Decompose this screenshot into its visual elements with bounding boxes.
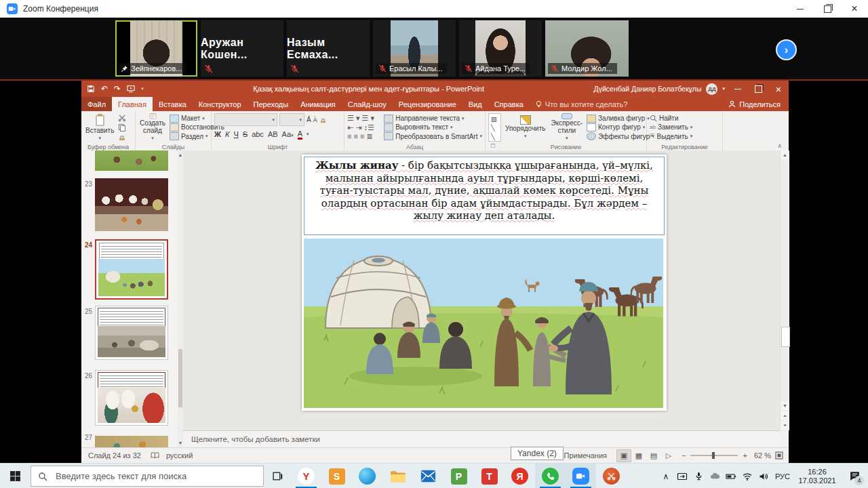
view-normal-button[interactable]: ▣	[616, 449, 631, 462]
view-sorter-button[interactable]: ▦	[631, 449, 646, 462]
zoom-minimize-button[interactable]	[787, 0, 814, 18]
scrollbar-thumb[interactable]	[781, 327, 790, 347]
shape-outline-button[interactable]: Контур фигур▾	[587, 123, 654, 131]
language-indicator[interactable]: РУС	[772, 464, 793, 488]
taskbar-app-mail[interactable]	[413, 464, 443, 488]
language-indicator[interactable]: русский	[162, 451, 197, 460]
grow-font-button[interactable]: А́	[307, 116, 311, 123]
tab-view[interactable]: Вид	[462, 97, 488, 111]
comments-toggle[interactable]: Примечания	[561, 451, 617, 460]
text-direction-button[interactable]: Направление текста▾	[384, 114, 482, 123]
new-slide-button[interactable]: Создать слайд▾	[138, 113, 167, 142]
select-button[interactable]: ⇱Выделить▾	[650, 132, 692, 141]
slide-thumbnail-22[interactable]	[95, 150, 168, 171]
share-button[interactable]: Поделиться	[720, 97, 789, 111]
zoom-slider[interactable]	[690, 455, 738, 456]
tray-expand-chevron[interactable]: ∧	[658, 464, 674, 488]
scroll-up-arrow[interactable]: ▲	[781, 150, 789, 159]
spellcheck-icon[interactable]	[151, 452, 159, 459]
zoom-out-button[interactable]: −	[676, 451, 687, 460]
tell-me-box[interactable]: Что вы хотите сделать?	[530, 97, 633, 111]
cut-icon[interactable]	[118, 114, 126, 122]
taskbar-app-yandex[interactable]: Я	[505, 464, 535, 488]
quick-styles-button[interactable]: Экспресс-стили▾	[550, 113, 585, 142]
notes-pane[interactable]: Щелкните, чтобы добавить заметки	[183, 430, 780, 447]
wifi-icon[interactable]	[739, 464, 755, 488]
scroll-down-arrow[interactable]: ▼	[781, 401, 789, 410]
zoom-in-button[interactable]: +	[741, 451, 751, 460]
next-participants-button[interactable]: ›	[776, 39, 797, 60]
ppt-minimize-button[interactable]	[728, 81, 748, 97]
volume-icon[interactable]	[755, 464, 772, 488]
battery-icon[interactable]	[723, 464, 739, 488]
tab-review[interactable]: Рецензирование	[393, 97, 462, 111]
indent-buttons[interactable]: ⇤ ⇥ ↕☰	[347, 123, 381, 132]
zoom-slider-thumb[interactable]	[712, 452, 715, 459]
undo-icon[interactable]: ↶	[101, 84, 108, 94]
shadow-button[interactable]: abc	[252, 130, 264, 138]
bold-button[interactable]: Ж	[214, 130, 221, 138]
previous-slide-button[interactable]: ⏶	[781, 411, 789, 420]
find-button[interactable]: Найти	[650, 114, 692, 123]
list-buttons[interactable]: ☰ ▾ ☰ ▾	[347, 114, 381, 123]
zoom-percentage[interactable]: 62 %	[751, 451, 774, 460]
tab-home[interactable]: Главная	[112, 97, 153, 111]
canvas-scrollbar[interactable]: ▲ ▼ ⏶ ⏷	[780, 150, 789, 430]
participant-tile-2[interactable]: Аружан Кошен...	[201, 20, 283, 77]
clear-format-icon[interactable]	[319, 116, 327, 123]
italic-button[interactable]: К	[225, 130, 229, 138]
taskbar-app-whatsapp[interactable]	[535, 464, 566, 488]
align-buttons[interactable]: ≡ ≡ ≡ ≣	[347, 132, 381, 141]
avatar[interactable]: ДД	[706, 83, 717, 95]
clock[interactable]: 16:26 17.03.2021	[793, 468, 841, 485]
char-spacing-button[interactable]: АВ	[268, 130, 278, 138]
scroll-down-arrow[interactable]: ▼	[178, 439, 183, 447]
tab-design[interactable]: Конструктор	[193, 97, 248, 111]
taskbar-app-screenshot[interactable]	[596, 464, 627, 488]
view-reading-button[interactable]: ▤	[646, 449, 661, 462]
action-center-button[interactable]: 4	[841, 464, 868, 488]
tab-help[interactable]: Справка	[488, 97, 530, 111]
taskbar-app-publisher[interactable]: P	[443, 464, 474, 488]
participant-tile-6[interactable]: Молдир Жол...	[545, 20, 629, 77]
start-slideshow-icon[interactable]	[127, 85, 135, 93]
participant-tile-4[interactable]: Ерасыл Калы...	[373, 20, 456, 77]
slide-thumbnail-23[interactable]	[95, 178, 168, 231]
onedrive-icon[interactable]	[707, 464, 723, 488]
font-name-combo[interactable]: ▾	[214, 113, 277, 126]
task-view-button[interactable]	[264, 464, 291, 488]
zoom-close-button[interactable]: ×	[841, 0, 868, 18]
save-icon[interactable]	[87, 85, 95, 93]
arrange-button[interactable]: Упорядочить▾	[504, 113, 547, 142]
tab-file[interactable]: Файл	[81, 97, 112, 111]
shrink-font-button[interactable]: А̀	[313, 117, 317, 123]
collapse-ribbon-icon[interactable]: ∧	[777, 142, 782, 149]
scroll-up-arrow[interactable]: ▲	[178, 150, 183, 159]
slide-24[interactable]: Жылы жинау - бір бақытсыздыққа ұшырағаны…	[302, 155, 667, 411]
participant-tile-5[interactable]: Айдана Туре...	[459, 20, 542, 77]
ppt-restore-button[interactable]	[748, 81, 768, 97]
slide-thumbnail-25[interactable]	[95, 306, 168, 360]
paste-button[interactable]: Вставить▾	[84, 113, 115, 142]
zoom-restore-button[interactable]	[814, 0, 841, 18]
underline-button[interactable]: Ч	[233, 130, 238, 138]
align-text-button[interactable]: Выровнять текст▾	[384, 123, 482, 131]
format-painter-icon[interactable]	[118, 133, 126, 141]
tab-insert[interactable]: Вставка	[153, 97, 193, 111]
taskbar-app-zoom[interactable]	[566, 464, 596, 488]
view-slideshow-button[interactable]: ▷	[661, 449, 676, 462]
redo-icon[interactable]: ↷	[114, 84, 121, 94]
font-size-combo[interactable]: ▾	[279, 113, 304, 126]
participant-tile-1[interactable]: Зейпнекаров...	[115, 20, 197, 77]
slide-thumbnail-27[interactable]	[95, 436, 168, 447]
connect-icon[interactable]	[674, 464, 690, 488]
slide-text-box[interactable]: Жылы жинау - бір бақытсыздыққа ұшырағаны…	[304, 157, 665, 235]
fit-slide-icon[interactable]	[775, 451, 783, 460]
taskbar-app-t[interactable]: T	[474, 464, 505, 488]
taskbar-app-s[interactable]: S	[321, 464, 352, 488]
shape-fill-button[interactable]: Заливка фигур▾	[587, 114, 654, 123]
start-button[interactable]	[0, 464, 31, 488]
search-input[interactable]	[54, 470, 247, 482]
strikethrough-button[interactable]: S	[243, 130, 248, 138]
next-slide-button[interactable]: ⏷	[781, 421, 789, 430]
